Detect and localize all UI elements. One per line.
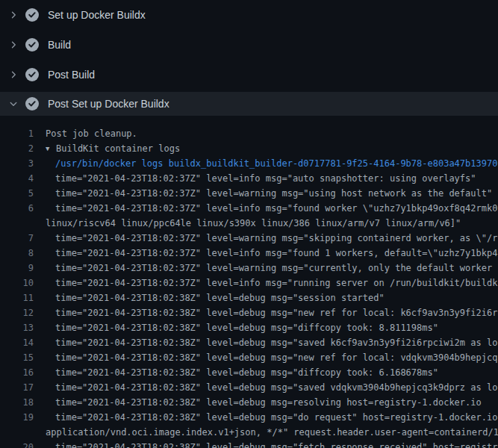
log-text-content: time="2021-04-23T18:02:38Z" level=debug …	[55, 337, 498, 348]
log-text: linux/riscv64 linux/ppc64le linux/s390x …	[34, 216, 498, 231]
line-number[interactable]: 18	[0, 395, 34, 410]
log-line: 17 time="2021-04-23T18:02:38Z" level=deb…	[0, 380, 498, 395]
steps-list: Set up Docker Buildx Build Post Build	[0, 0, 498, 116]
log-text: time="2021-04-23T18:02:38Z" level=debug …	[34, 410, 498, 425]
chevron-right-icon	[7, 69, 19, 81]
log-line: 18 time="2021-04-23T18:02:38Z" level=deb…	[0, 395, 498, 410]
log-text-content: time="2021-04-23T18:02:38Z" level=debug …	[55, 397, 482, 408]
log-line: 6 time="2021-04-23T18:02:37Z" level=info…	[0, 201, 498, 216]
log-line: 9 time="2021-04-23T18:02:37Z" level=warn…	[0, 261, 498, 276]
log-text: time="2021-04-23T18:02:38Z" level=debug …	[34, 350, 498, 365]
line-number[interactable]: 12	[0, 305, 34, 320]
log-text: time="2021-04-23T18:02:37Z" level=warnin…	[34, 186, 498, 201]
line-number[interactable]	[0, 216, 34, 231]
log-text-content: time="2021-04-23T18:02:38Z" level=debug …	[55, 308, 498, 318]
line-number[interactable]: 6	[0, 201, 34, 216]
log-text-content: time="2021-04-23T18:02:37Z" level=info m…	[55, 248, 498, 258]
check-circle-icon	[25, 8, 39, 22]
step-row-post-set-up-docker-buildx[interactable]: Post Set up Docker Buildx	[0, 92, 498, 116]
log-line: 14 time="2021-04-23T18:02:38Z" level=deb…	[0, 335, 498, 350]
log-text-content: time="2021-04-23T18:02:38Z" level=debug …	[55, 323, 438, 333]
line-number[interactable]: 20	[0, 440, 34, 448]
step-label: Post Build	[48, 69, 95, 81]
log-text: time="2021-04-23T18:02:38Z" level=debug …	[34, 440, 498, 448]
log-text: time="2021-04-23T18:02:38Z" level=debug …	[34, 290, 498, 305]
line-number[interactable]: 19	[0, 410, 34, 425]
line-number[interactable]: 10	[0, 276, 34, 290]
log-text: time="2021-04-23T18:02:38Z" level=debug …	[34, 395, 498, 410]
line-number[interactable]: 4	[0, 171, 34, 186]
line-number[interactable]: 8	[0, 246, 34, 261]
line-number[interactable]: 16	[0, 365, 34, 380]
log-text-content: time="2021-04-23T18:02:37Z" level=warnin…	[55, 233, 498, 243]
step-label: Post Set up Docker Buildx	[48, 98, 169, 110]
line-number[interactable]: 14	[0, 335, 34, 350]
log-text-content: time="2021-04-23T18:02:38Z" level=debug …	[55, 367, 438, 378]
log-line: 1 Post job cleanup.	[0, 126, 498, 141]
log-text: time="2021-04-23T18:02:37Z" level=info m…	[34, 201, 498, 216]
line-number[interactable]: 15	[0, 350, 34, 365]
line-number[interactable]: 2	[0, 141, 34, 156]
log-line: 10 time="2021-04-23T18:02:37Z" level=inf…	[0, 276, 498, 290]
log-text-content: time="2021-04-23T18:02:37Z" level=info m…	[55, 203, 498, 214]
log-text-content: time="2021-04-23T18:02:38Z" level=debug …	[55, 352, 498, 363]
log-group-toggle[interactable]: ▼BuildKit container logs	[34, 141, 498, 156]
log-text: time="2021-04-23T18:02:37Z" level=info m…	[34, 246, 498, 261]
step-row-set-up-docker-buildx[interactable]: Set up Docker Buildx	[0, 0, 498, 30]
log-text-content: time="2021-04-23T18:02:37Z" level=warnin…	[55, 263, 498, 273]
line-number[interactable]: 7	[0, 231, 34, 246]
log-line: 13 time="2021-04-23T18:02:38Z" level=deb…	[0, 320, 498, 335]
line-number[interactable]: 1	[0, 126, 34, 141]
log-text-content: time="2021-04-23T18:02:38Z" level=debug …	[55, 293, 385, 303]
log-text-content: BuildKit container logs	[56, 143, 180, 154]
log-text-content: time="2021-04-23T18:02:37Z" level=info m…	[55, 173, 476, 184]
log-text-content: /usr/bin/docker logs buildx_buildkit_bui…	[55, 158, 497, 169]
log-line: 3 /usr/bin/docker logs buildx_buildkit_b…	[0, 156, 498, 171]
log-line: 15 time="2021-04-23T18:02:38Z" level=deb…	[0, 350, 498, 365]
log-line: 8 time="2021-04-23T18:02:37Z" level=info…	[0, 246, 498, 261]
check-circle-icon	[25, 68, 39, 81]
chevron-right-icon	[7, 39, 19, 51]
line-number[interactable]	[0, 425, 34, 440]
log-text: Post job cleanup.	[34, 126, 498, 141]
line-number[interactable]: 17	[0, 380, 34, 395]
check-circle-icon	[25, 38, 39, 52]
step-row-build[interactable]: Build	[0, 30, 498, 60]
log-text: time="2021-04-23T18:02:37Z" level=warnin…	[34, 231, 498, 246]
log-line: 11 time="2021-04-23T18:02:38Z" level=deb…	[0, 290, 498, 305]
log-text: time="2021-04-23T18:02:37Z" level=info m…	[34, 276, 498, 290]
log-line: 20 time="2021-04-23T18:02:38Z" level=deb…	[0, 440, 498, 448]
log-text: time="2021-04-23T18:02:38Z" level=debug …	[34, 365, 498, 380]
line-number[interactable]: 3	[0, 156, 34, 171]
chevron-right-icon	[7, 9, 19, 21]
log-text-content: time="2021-04-23T18:02:37Z" level=warnin…	[55, 188, 492, 199]
step-label: Set up Docker Buildx	[48, 9, 146, 21]
log-viewer[interactable]: 1 Post job cleanup. 2 ▼BuildKit containe…	[0, 116, 498, 448]
line-number[interactable]: 9	[0, 261, 34, 276]
log-line: 2 ▼BuildKit container logs	[0, 141, 498, 156]
log-text-content: time="2021-04-23T18:02:38Z" level=debug …	[55, 412, 498, 423]
log-text-content: time="2021-04-23T18:02:38Z" level=debug …	[55, 442, 498, 448]
line-number[interactable]: 13	[0, 320, 34, 335]
log-line: 5 time="2021-04-23T18:02:37Z" level=warn…	[0, 186, 498, 201]
log-text: time="2021-04-23T18:02:38Z" level=debug …	[34, 335, 498, 350]
log-line: 16 time="2021-04-23T18:02:38Z" level=deb…	[0, 365, 498, 380]
check-circle-icon	[25, 97, 39, 111]
triangle-down-icon[interactable]: ▼	[46, 141, 56, 156]
step-row-post-build[interactable]: Post Build	[0, 60, 498, 90]
line-number[interactable]: 5	[0, 186, 34, 201]
log-line: 7 time="2021-04-23T18:02:37Z" level=warn…	[0, 231, 498, 246]
log-text: time="2021-04-23T18:02:37Z" level=warnin…	[34, 261, 498, 276]
log-text: time="2021-04-23T18:02:37Z" level=info m…	[34, 171, 498, 186]
log-text: time="2021-04-23T18:02:38Z" level=debug …	[34, 305, 498, 320]
log-text-content: Post job cleanup.	[46, 128, 137, 139]
log-text-content: time="2021-04-23T18:02:37Z" level=info m…	[55, 278, 498, 288]
chevron-down-icon	[7, 98, 19, 110]
step-label: Build	[48, 39, 71, 51]
log-text: time="2021-04-23T18:02:38Z" level=debug …	[34, 320, 498, 335]
log-line: application/vnd.oci.image.index.v1+json,…	[0, 425, 498, 440]
workflow-log-panel: Set up Docker Buildx Build Post Build	[0, 0, 498, 448]
log-text-content: time="2021-04-23T18:02:38Z" level=debug …	[55, 382, 498, 393]
log-text-content: linux/riscv64 linux/ppc64le linux/s390x …	[46, 218, 461, 228]
line-number[interactable]: 11	[0, 290, 34, 305]
